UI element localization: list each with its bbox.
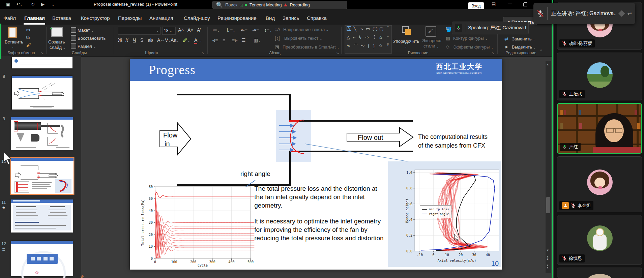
right-arrow-shape-icon[interactable]: ⇨ bbox=[365, 35, 369, 40]
textbox-shape-icon[interactable]: A bbox=[347, 26, 351, 31]
shadow-icon[interactable]: S bbox=[140, 37, 143, 43]
copy-icon[interactable]: ⧉ bbox=[26, 35, 30, 40]
replace-icon[interactable]: ⇄ bbox=[504, 36, 508, 41]
rounded-rect-shape-icon[interactable]: ▢ bbox=[379, 26, 383, 31]
font-size-combo[interactable]: 18 ⌄ bbox=[162, 27, 176, 35]
increase-indent-icon[interactable]: ⇥≡ bbox=[252, 27, 259, 33]
qat-customize-icon[interactable]: ⌄ bbox=[51, 0, 55, 9]
shape-fill-icon[interactable]: 🪣 bbox=[446, 27, 451, 32]
tab-file[interactable]: Файл bbox=[3, 15, 16, 21]
paragraph-dialog-launcher[interactable]: ↘ bbox=[336, 51, 339, 55]
bullets-icon[interactable]: ≔⌄ bbox=[212, 27, 220, 33]
reply-arrow-icon[interactable]: ↩ bbox=[627, 10, 632, 17]
brace-open-shape-icon[interactable]: { bbox=[368, 43, 369, 48]
tab-view[interactable]: Вид bbox=[266, 15, 275, 21]
italic-icon[interactable]: К bbox=[125, 37, 128, 43]
text-direction-icon[interactable]: ↕A bbox=[275, 27, 280, 32]
previous-slide-button[interactable]: ▲▲ bbox=[546, 255, 549, 260]
decrease-font-icon[interactable]: A˅ bbox=[187, 27, 194, 33]
participant-tile[interactable]: 王治武 bbox=[557, 53, 642, 100]
reset-button[interactable]: Восстановить bbox=[78, 36, 106, 41]
section-button[interactable]: Раздел ⌄ bbox=[78, 44, 96, 49]
thumbnail-slide-11[interactable] bbox=[11, 199, 73, 233]
numbering-icon[interactable]: ⒈≡⌄ bbox=[225, 27, 235, 33]
tab-slideshow[interactable]: Слайд-шоу bbox=[184, 15, 210, 21]
font-color-icon[interactable]: A bbox=[194, 37, 197, 44]
participant-tile-partial[interactable] bbox=[557, 268, 642, 278]
search-box[interactable]: 🔍 Поиск Tencent Meeting Recording bbox=[212, 1, 347, 9]
scribble-shape-icon[interactable]: ∿ bbox=[347, 43, 350, 48]
clipboard-dialog-launcher[interactable]: ↘ bbox=[41, 51, 43, 55]
slide-canvas[interactable]: Progress 西北工业大学 NORTHWESTERN POLYTECHNIC… bbox=[130, 59, 502, 270]
start-slideshow-icon[interactable]: ▶ bbox=[41, 0, 45, 9]
tab-insert[interactable]: Вставка bbox=[52, 15, 71, 21]
replace-button[interactable]: Заменить ⌄ bbox=[512, 36, 535, 41]
align-text-button[interactable]: Выровнять текст ⌄ bbox=[284, 36, 322, 41]
tab-animations[interactable]: Анимация bbox=[149, 15, 173, 21]
smartart-icon[interactable]: ⬔ bbox=[275, 44, 279, 50]
scroll-up-icon[interactable]: ▲ bbox=[546, 63, 549, 66]
underline-icon[interactable]: Ч bbox=[133, 37, 136, 43]
tab-help[interactable]: Справка bbox=[307, 15, 327, 21]
redo-icon[interactable]: ↻ bbox=[31, 0, 35, 9]
down-arrow-shape-icon[interactable]: ⇩ bbox=[373, 35, 376, 40]
align-text-icon[interactable]: [↕] bbox=[275, 35, 280, 41]
minimize-icon[interactable]: — bbox=[508, 0, 512, 5]
font-dialog-launcher[interactable]: ↘ bbox=[202, 51, 204, 55]
brace-close-shape-icon[interactable]: } bbox=[373, 43, 375, 48]
justify-icon[interactable]: ☰ bbox=[241, 37, 246, 43]
shapes-gallery[interactable]: A ╲ ↘ ▭ ◯ ▢ △ ⌐ ↳ ⇨ ⇩ ⌂ ∿ ⌒ 〜 { } ☆ ⌃ ⌄ … bbox=[345, 25, 392, 54]
clear-format-icon[interactable]: A̸ bbox=[197, 27, 200, 33]
columns-icon[interactable]: ▥⌄ bbox=[254, 37, 261, 43]
highlight-icon[interactable]: 🖉⌄ bbox=[183, 37, 190, 43]
restore-icon[interactable] bbox=[523, 3, 527, 6]
thumbnail-slide-8[interactable] bbox=[12, 76, 72, 110]
thumbnail-slide-12[interactable] bbox=[11, 241, 73, 276]
align-right-icon[interactable]: ≡⫸ bbox=[232, 37, 237, 43]
speaking-notification[interactable]: 正在讲话: 严红; Gazimova... ↩ bbox=[533, 3, 635, 24]
increase-font-icon[interactable]: A˄ bbox=[178, 27, 184, 33]
shape-outline-button[interactable]: Контур фигуры ⌄ bbox=[453, 36, 488, 41]
bold-icon[interactable]: Ж bbox=[118, 37, 122, 43]
thumbnail-slide-9[interactable] bbox=[11, 117, 73, 150]
participant-tile[interactable]: 徐慎忍 bbox=[557, 215, 642, 265]
format-painter-icon[interactable]: 🖌 bbox=[26, 42, 31, 48]
login-button[interactable]: Вход bbox=[468, 2, 484, 10]
select-button[interactable]: Выделить ⌄ bbox=[512, 44, 536, 50]
ellipse-shape-icon[interactable]: ◯ bbox=[373, 26, 378, 31]
vertical-scrollbar[interactable] bbox=[546, 61, 551, 273]
arrow-shape-icon[interactable]: ↘ bbox=[360, 26, 363, 31]
collapse-ribbon-icon[interactable]: ⌃ bbox=[539, 49, 543, 53]
shapes-scroll-up-icon[interactable]: ⌃ bbox=[387, 26, 389, 29]
change-case-icon[interactable]: Aa⌄ bbox=[171, 37, 179, 43]
elbow-shape-icon[interactable]: ⌐ bbox=[353, 35, 356, 40]
smartart-button[interactable]: Преобразовать в SmartArt ⌄ bbox=[283, 44, 340, 50]
tab-review[interactable]: Рецензирование bbox=[217, 15, 257, 21]
scroll-down-icon[interactable]: ▼ bbox=[546, 249, 549, 252]
text-direction-button[interactable]: Направление текста ⌄ bbox=[283, 27, 328, 32]
shape-effects-button[interactable]: Эффекты фигуры ⌄ bbox=[453, 44, 494, 50]
align-left-icon[interactable]: ⫷≡ bbox=[212, 37, 218, 43]
elbow-arrow-shape-icon[interactable]: ↳ bbox=[358, 35, 362, 40]
triangle-shape-icon[interactable]: △ bbox=[347, 35, 350, 40]
save-icon[interactable]: ▣ bbox=[6, 0, 10, 9]
cut-icon[interactable]: ✂ bbox=[26, 27, 30, 33]
undo-icon[interactable]: ↶⌄ bbox=[16, 0, 22, 9]
participant-tile-active-speaker[interactable]: 严红 bbox=[557, 103, 642, 154]
line-spacing-icon[interactable]: ↕≡⌄ bbox=[264, 27, 272, 33]
select-icon[interactable]: ➤ bbox=[504, 44, 508, 50]
tab-transitions[interactable]: Переходы bbox=[118, 15, 142, 21]
line-shape-icon[interactable]: ╲ bbox=[354, 26, 356, 31]
thumbnail-slide-7[interactable] bbox=[12, 57, 72, 68]
tab-record[interactable]: Запись bbox=[283, 15, 299, 21]
ribbon-display-options-icon[interactable]: ▤ bbox=[492, 1, 496, 6]
arc-shape-icon[interactable]: ⌒ bbox=[354, 43, 358, 49]
tab-design[interactable]: Конструктор bbox=[81, 15, 110, 21]
shape-effects-icon[interactable]: ◇ bbox=[446, 44, 449, 50]
drawing-dialog-launcher[interactable]: ↘ bbox=[492, 51, 494, 55]
star-shape-icon[interactable]: ☆ bbox=[379, 43, 383, 48]
shape-outline-icon[interactable]: ▨ bbox=[446, 35, 450, 41]
strikethrough-icon[interactable]: ab bbox=[148, 37, 153, 43]
participant-tile[interactable]: 李金炟 bbox=[557, 156, 642, 212]
decrease-indent-icon[interactable]: ⇤≡ bbox=[241, 27, 247, 33]
